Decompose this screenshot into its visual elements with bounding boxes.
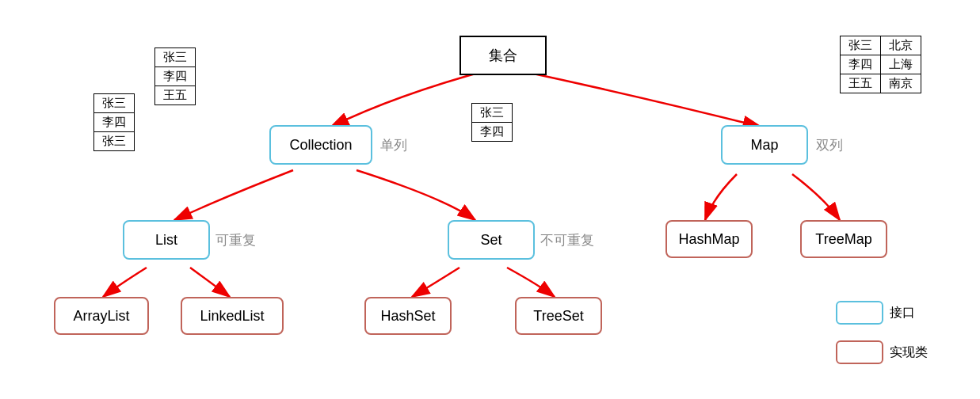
node-arraylist: ArrayList [54, 297, 149, 335]
node-collection: Collection [269, 125, 372, 165]
node-root: 集合 [459, 36, 547, 75]
node-list: List [123, 220, 210, 260]
list-label: 可重复 [215, 231, 256, 249]
table2: 张三 李四 张三 [93, 93, 135, 151]
map-label: 双列 [816, 136, 843, 154]
legend-interface-rect [836, 301, 883, 325]
legend-interface-label: 接口 [890, 305, 915, 321]
legend-interface: 接口 [836, 301, 915, 325]
legend-impl: 实现类 [836, 340, 928, 364]
legend-impl-rect [836, 340, 883, 364]
legend-impl-label: 实现类 [890, 344, 928, 361]
table4: 张三 北京 李四 上海 王五 南京 [840, 36, 921, 93]
collection-label: 单列 [380, 136, 407, 154]
node-hashmap: HashMap [665, 220, 753, 258]
node-hashset: HashSet [364, 297, 452, 335]
table3: 张三 李四 [471, 103, 513, 142]
node-set: Set [448, 220, 535, 260]
node-treeset: TreeSet [515, 297, 602, 335]
node-treemap: TreeMap [800, 220, 887, 258]
table1: 张三 李四 王五 [154, 48, 196, 105]
diagram: 集合 Collection 单列 Map 双列 List 可重复 Set 不可重… [0, 0, 980, 399]
node-linkedlist: LinkedList [181, 297, 284, 335]
node-map: Map [721, 125, 808, 165]
set-label: 不可重复 [540, 231, 594, 249]
